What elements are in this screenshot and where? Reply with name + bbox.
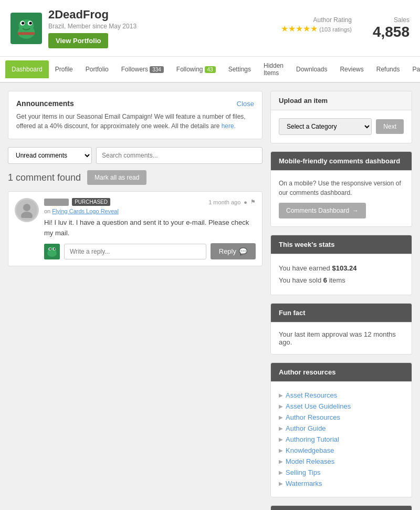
- list-item: ▶ Model Releases: [279, 456, 404, 467]
- reply-row: Reply 💬: [44, 243, 256, 259]
- chevron-right-icon: ▶: [279, 481, 283, 486]
- comment-flag-icon[interactable]: ⚑: [250, 199, 256, 205]
- user-info: 2DeadFrog Brazil, Member since May 2013 …: [48, 8, 136, 48]
- announcements-close[interactable]: Close: [237, 100, 254, 108]
- prev-announcements-panel: Previous announcements Oct 02 Get your i…: [270, 505, 412, 510]
- category-select[interactable]: Select a Category: [279, 118, 372, 135]
- nav-followers[interactable]: Followers 334: [115, 60, 170, 78]
- next-button[interactable]: Next: [376, 119, 404, 134]
- resource-link[interactable]: ▶ Asset Use Guidelines: [279, 402, 404, 410]
- announcements-text: Get your items in our Seasonal Email Cam…: [16, 112, 254, 131]
- list-item: ▶ Author Resources: [279, 412, 404, 423]
- announcements-panel: Announcements Close Get your items in ou…: [8, 91, 262, 139]
- svg-point-16: [54, 248, 55, 249]
- avatar: [10, 13, 42, 44]
- list-item: ▶ Watermarks: [279, 478, 404, 489]
- resource-link[interactable]: ▶ Selling Tips: [279, 469, 404, 476]
- mobile-comments-panel: Mobile-friendly comments dashboard On a …: [270, 151, 412, 227]
- stats-sold: You have sold 6 items: [279, 274, 404, 286]
- svg-rect-7: [18, 32, 35, 35]
- resource-link[interactable]: ▶ Authoring Tutorial: [279, 435, 404, 443]
- comments-count-text: 1 comment found: [8, 172, 81, 183]
- chevron-right-icon: ▶: [279, 436, 283, 442]
- list-item: ▶ Authoring Tutorial: [279, 434, 404, 445]
- announcements-title: Announcements: [16, 99, 74, 108]
- following-badge: 43: [205, 66, 216, 73]
- upload-panel: Upload an item Select a Category Next: [270, 91, 412, 143]
- announcements-header: Announcements Close: [16, 99, 254, 108]
- fun-fact-panel: Fun fact Your last item approval was 12 …: [270, 303, 412, 355]
- comment-time: 1 month ago: [208, 199, 240, 205]
- chevron-right-icon: ▶: [279, 392, 283, 398]
- upload-panel-body: Select a Category Next: [271, 110, 412, 143]
- reply-input[interactable]: [64, 244, 206, 259]
- nav-downloads[interactable]: Downloads: [290, 60, 333, 78]
- chevron-right-icon: ▶: [279, 470, 283, 475]
- svg-point-8: [23, 204, 30, 211]
- svg-point-6: [29, 22, 32, 24]
- comments-count-row: 1 comment found Mark all as read: [8, 170, 262, 185]
- purchased-badge: PURCHASED: [72, 198, 110, 206]
- nav-reviews[interactable]: Reviews: [333, 60, 370, 78]
- stats-panel: This week's stats You have earned $103.2…: [270, 235, 412, 295]
- nav-refunds[interactable]: Refunds: [370, 60, 406, 78]
- commenter-username: ████: [44, 199, 69, 206]
- nav-payouts[interactable]: Payouts: [406, 60, 420, 78]
- commenter-avatar: [15, 198, 39, 222]
- navigation: Dashboard Profile Portfolio Followers 33…: [0, 57, 420, 83]
- svg-point-5: [22, 22, 24, 24]
- author-resources-body: ▶ Asset Resources▶ Asset Use Guidelines▶…: [271, 382, 412, 497]
- nav-dashboard[interactable]: Dashboard: [5, 60, 49, 78]
- username: 2DeadFrog: [48, 8, 136, 22]
- list-item: ▶ Author Guide: [279, 423, 404, 434]
- sales-label: Sales: [373, 16, 410, 24]
- nav-portfolio[interactable]: Portfolio: [79, 60, 115, 78]
- chevron-right-icon: ▶: [279, 425, 283, 431]
- comment-item-link[interactable]: Flying Cards Logo Reveal: [52, 208, 119, 214]
- nav-following[interactable]: Following 43: [170, 60, 222, 78]
- comments-filter: Unread comments: [8, 147, 262, 164]
- resource-link[interactable]: ▶ Author Resources: [279, 413, 404, 421]
- comment-dot: ●: [244, 199, 247, 205]
- followers-badge: 334: [150, 66, 164, 73]
- chevron-right-icon: ▶: [279, 459, 283, 464]
- arrow-right-icon: →: [352, 207, 359, 214]
- comment-item: ████ PURCHASED 1 month ago ● ⚑ on Flying…: [8, 191, 262, 266]
- prev-announcements-title: Previous announcements: [271, 506, 412, 510]
- user-location: Brazil, Member since May 2013: [48, 23, 136, 30]
- main-content: Announcements Close Get your items in ou…: [0, 83, 420, 510]
- comment-body: ████ PURCHASED 1 month ago ● ⚑ on Flying…: [44, 198, 256, 259]
- header-left: 2DeadFrog Brazil, Member since May 2013 …: [10, 8, 136, 48]
- list-item: ▶ Selling Tips: [279, 467, 404, 478]
- nav-settings[interactable]: Settings: [222, 60, 257, 78]
- comments-filter-select[interactable]: Unread comments: [8, 147, 92, 164]
- search-input[interactable]: [96, 147, 262, 164]
- left-column: Announcements Close Get your items in ou…: [8, 91, 262, 510]
- resource-link[interactable]: ▶ Watermarks: [279, 480, 404, 487]
- stats-earned: You have earned $103.24: [279, 262, 404, 274]
- chevron-right-icon: ▶: [279, 447, 283, 453]
- header-rating: Author Rating ★★★★★ (103 ratings) Sales …: [281, 16, 410, 40]
- view-portfolio-button[interactable]: View Portfolio: [48, 33, 108, 48]
- mobile-comments-title: Mobile-friendly comments dashboard: [271, 152, 412, 171]
- rating-count: (103 ratings): [319, 26, 352, 33]
- svg-point-15: [49, 248, 51, 249]
- list-item: ▶ Asset Resources: [279, 390, 404, 401]
- resource-link[interactable]: ▶ Asset Resources: [279, 391, 404, 399]
- upload-row: Select a Category Next: [279, 118, 404, 135]
- nav-profile[interactable]: Profile: [49, 60, 79, 78]
- reply-button[interactable]: Reply 💬: [211, 243, 256, 259]
- comments-dashboard-button[interactable]: Comments Dashboard →: [279, 203, 366, 218]
- author-resources-title: Author resources: [271, 363, 412, 382]
- mobile-comments-text: On a mobile? Use the responsive version …: [279, 179, 404, 197]
- resource-link[interactable]: ▶ Model Releases: [279, 457, 404, 465]
- mobile-comments-body: On a mobile? Use the responsive version …: [271, 171, 412, 226]
- list-item: ▶ Asset Use Guidelines: [279, 401, 404, 412]
- resource-link[interactable]: ▶ Knowledgebase: [279, 446, 404, 454]
- announcements-link[interactable]: here.: [222, 122, 236, 130]
- nav-hidden-items[interactable]: Hidden Items: [257, 57, 290, 82]
- fun-fact-text: Your last item approval was 12 months ag…: [279, 330, 404, 346]
- mark-all-read-button[interactable]: Mark all as read: [87, 170, 146, 185]
- resource-link[interactable]: ▶ Author Guide: [279, 424, 404, 432]
- comment-text: Hi! I luv it. I have a question and sent…: [44, 217, 256, 238]
